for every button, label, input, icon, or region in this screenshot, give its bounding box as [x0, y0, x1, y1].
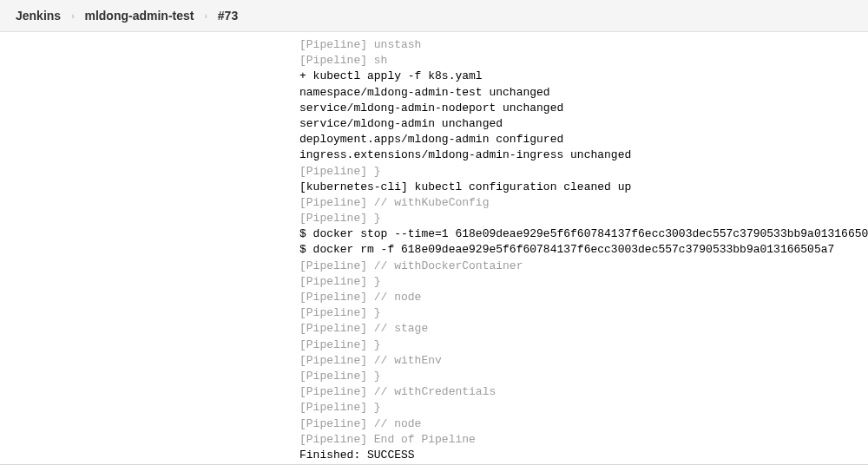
console-line: [Pipeline] // node	[299, 416, 868, 432]
chevron-right-icon: ›	[71, 11, 74, 21]
console-line: [Pipeline] }	[299, 164, 868, 180]
console-line: [Pipeline] }	[299, 211, 868, 226]
console-line: [Pipeline] }	[299, 337, 868, 353]
console-line: [Pipeline] unstash	[299, 37, 868, 53]
console-line: ingress.extensions/mldong-admin-ingress …	[299, 147, 868, 163]
console-line: deployment.apps/mldong-admin configured	[299, 132, 868, 147]
console-line: service/mldong-admin-nodeport unchanged	[299, 101, 868, 116]
console-line: [Pipeline] }	[299, 369, 868, 384]
console-line: [Pipeline] sh	[299, 53, 868, 69]
breadcrumb-build[interactable]: #73	[218, 9, 238, 23]
console-line: $ docker rm -f 618e09deae929e5f6f6078413…	[299, 242, 868, 258]
console-line: [Pipeline] }	[299, 305, 868, 321]
console-line: [kubernetes-cli] kubectl configuration c…	[299, 180, 868, 195]
console-line: Finished: SUCCESS	[299, 448, 868, 463]
console-line: [Pipeline] // stage	[299, 321, 868, 337]
console-line: [Pipeline] }	[299, 274, 868, 290]
console-line: namespace/mldong-admin-test unchanged	[299, 85, 868, 101]
console-line: [Pipeline] End of Pipeline	[299, 432, 868, 448]
console-line: [Pipeline] // withEnv	[299, 353, 868, 369]
console-line: service/mldong-admin unchanged	[299, 116, 868, 132]
console-line: [Pipeline] // withCredentials	[299, 384, 868, 400]
breadcrumb: Jenkins › mldong-admin-test › #73	[0, 0, 868, 32]
console-line: + kubectl apply -f k8s.yaml	[299, 69, 868, 84]
console-line: [Pipeline] }	[299, 400, 868, 416]
console-line: [Pipeline] // node	[299, 290, 868, 305]
chevron-right-icon: ›	[204, 11, 207, 21]
console-line: [Pipeline] // withKubeConfig	[299, 195, 868, 211]
breadcrumb-job[interactable]: mldong-admin-test	[84, 9, 194, 23]
breadcrumb-jenkins[interactable]: Jenkins	[16, 9, 61, 23]
console-line: $ docker stop --time=1 618e09deae929e5f6…	[299, 226, 868, 242]
console-output: [Pipeline] unstash[Pipeline] sh+ kubectl…	[0, 32, 868, 465]
console-line: [Pipeline] // withDockerContainer	[299, 259, 868, 274]
